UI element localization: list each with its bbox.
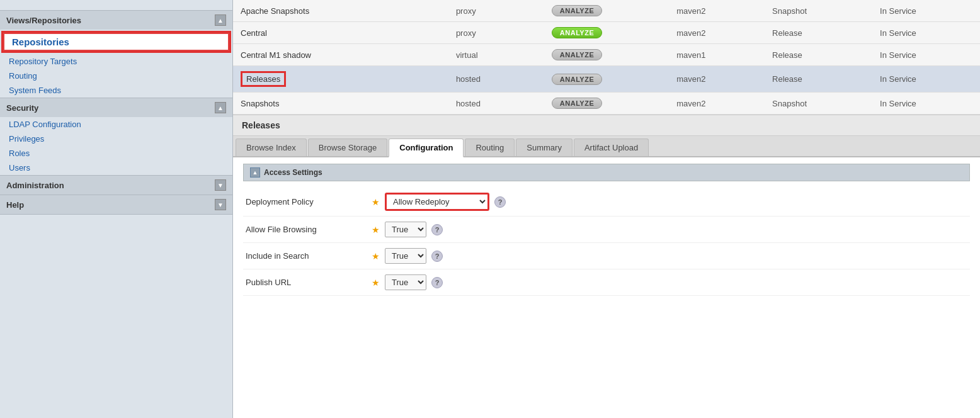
- sidebar-item-system-feeds[interactable]: System Feeds: [0, 83, 232, 98]
- releases-panel-title: Releases: [233, 115, 980, 136]
- analyze-btn-1[interactable]: ANALYZE: [552, 27, 602, 38]
- form-control-2: ★TrueFalse?: [372, 248, 443, 264]
- sidebar-item-ldap[interactable]: LDAP Configuration: [0, 117, 232, 132]
- access-settings-header: ▲ Access Settings: [243, 164, 970, 181]
- repository-table: Apache Snapshots proxy ANALYZE maven2 Sn…: [233, 0, 980, 115]
- select-1[interactable]: TrueFalse: [385, 222, 426, 237]
- sidebar-item-privileges[interactable]: Privileges: [0, 132, 232, 146]
- select-0[interactable]: Allow RedeployDisable RedeployRead Only: [387, 195, 487, 209]
- help-icon-2[interactable]: ?: [431, 251, 443, 262]
- analyze-btn-3[interactable]: ANALYZE: [552, 74, 602, 85]
- form-label-3: Publish URL: [246, 278, 372, 287]
- help-icon-0[interactable]: ?: [494, 196, 506, 208]
- form-row-3: Publish URL★TrueFalse?: [243, 269, 970, 296]
- tab-configuration[interactable]: Configuration: [389, 138, 464, 157]
- analyze-btn-2[interactable]: ANALYZE: [552, 49, 602, 60]
- sidebar-section-administration: Administration ▼: [0, 176, 232, 195]
- releases-panel: Releases Browse IndexBrowse StorageConfi…: [233, 115, 980, 418]
- form-label-0: Deployment Policy: [246, 197, 372, 206]
- tab-browse-storage[interactable]: Browse Storage: [308, 138, 388, 156]
- sidebar-item-repositories[interactable]: Repositories: [3, 33, 229, 51]
- sidebar: Views/Repositories ▲ Repositories Reposi…: [0, 0, 233, 418]
- tab-artifact-upload[interactable]: Artifact Upload: [574, 138, 649, 156]
- sidebar-item-routing[interactable]: Routing: [0, 69, 232, 83]
- tab-browse-index[interactable]: Browse Index: [236, 138, 307, 156]
- tabs-bar: Browse IndexBrowse StorageConfigurationR…: [233, 136, 980, 157]
- security-toggle[interactable]: ▲: [215, 102, 226, 113]
- star-icon-1: ★: [372, 225, 380, 235]
- select-3[interactable]: TrueFalse: [385, 274, 426, 290]
- select-2[interactable]: TrueFalse: [385, 248, 426, 264]
- form-row-2: Include in Search★TrueFalse?: [243, 243, 970, 269]
- form-control-0: ★Allow RedeployDisable RedeployRead Only…: [372, 193, 506, 211]
- sidebar-section-views-repositories: Views/Repositories ▲ Repositories Reposi…: [0, 11, 232, 98]
- sidebar-section-header-views: Views/Repositories ▲: [0, 11, 232, 30]
- main-content: Apache Snapshots proxy ANALYZE maven2 Sn…: [233, 0, 980, 418]
- form-row-0: Deployment Policy★Allow RedeployDisable …: [243, 188, 970, 217]
- analyze-btn-4[interactable]: ANALYZE: [552, 98, 602, 109]
- administration-toggle[interactable]: ▼: [215, 179, 226, 191]
- access-settings-toggle[interactable]: ▲: [250, 167, 260, 178]
- help-icon-1[interactable]: ?: [431, 224, 443, 235]
- star-icon-0: ★: [372, 197, 380, 207]
- sidebar-section-help: Help ▼: [0, 195, 232, 215]
- form-control-3: ★TrueFalse?: [372, 274, 443, 290]
- form-row-1: Allow File Browsing★TrueFalse?: [243, 217, 970, 243]
- sidebar-item-users[interactable]: Users: [0, 161, 232, 175]
- sidebar-section-header-administration: Administration ▼: [0, 176, 232, 195]
- deployment-policy-wrapper: Allow RedeployDisable RedeployRead Only: [385, 193, 489, 211]
- form-label-2: Include in Search: [246, 251, 372, 261]
- star-icon-3: ★: [372, 278, 380, 288]
- help-icon-3[interactable]: ?: [431, 277, 443, 288]
- help-toggle[interactable]: ▼: [215, 199, 226, 210]
- form-fields: Deployment Policy★Allow RedeployDisable …: [243, 188, 970, 296]
- analyze-btn-0[interactable]: ANALYZE: [552, 5, 602, 16]
- tab-routing[interactable]: Routing: [465, 138, 515, 156]
- form-label-1: Allow File Browsing: [246, 225, 372, 234]
- sidebar-section-header-security: Security ▲: [0, 98, 232, 117]
- tab-summary[interactable]: Summary: [516, 138, 573, 156]
- sidebar-item-advanced-search[interactable]: [0, 0, 232, 11]
- sidebar-section-security: Security ▲ LDAP Configuration Privileges…: [0, 98, 232, 176]
- sidebar-item-repository-targets[interactable]: Repository Targets: [0, 54, 232, 69]
- sidebar-item-roles[interactable]: Roles: [0, 146, 232, 161]
- form-control-1: ★TrueFalse?: [372, 222, 443, 237]
- sidebar-section-header-help: Help ▼: [0, 195, 232, 214]
- tab-content: ▲ Access Settings Deployment Policy★Allo…: [233, 157, 980, 418]
- views-repositories-toggle[interactable]: ▲: [215, 14, 226, 26]
- star-icon-2: ★: [372, 251, 380, 261]
